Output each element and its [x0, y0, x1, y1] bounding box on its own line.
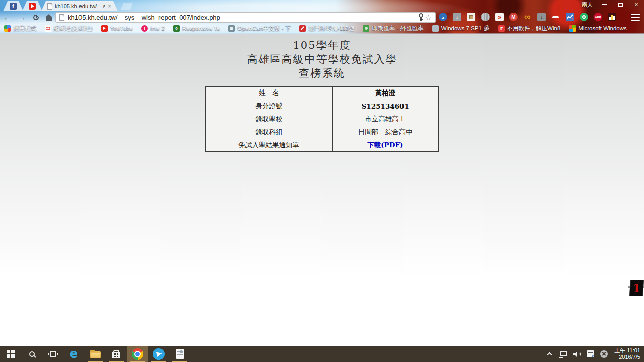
extension-dash-icon[interactable] — [551, 13, 560, 21]
bookmark-unzip-win8[interactable]: IT 不用軟件，解压Win8 — [498, 25, 561, 32]
pinned-tab-facebook[interactable]: f — [3, 1, 23, 11]
taskbar-document-app-button[interactable] — [169, 346, 190, 362]
cz-favicon: CZ — [45, 25, 51, 32]
chevron-up-icon — [547, 352, 552, 357]
extension-download2-icon[interactable]: ↓ — [537, 13, 546, 21]
taskbar-telegram-button[interactable] — [148, 346, 169, 362]
extension-stats-icon[interactable] — [608, 13, 616, 21]
tab-close-icon[interactable]: × — [107, 3, 112, 9]
webpage-content: 105學年度 高雄區高級中等學校免試入學 查榜系統 姓 名 黃柏澄 身分證號 S… — [0, 34, 644, 346]
start-button[interactable] — [0, 346, 21, 362]
table-row: 免試入學結果通知單 下載(PDF) — [205, 139, 439, 152]
bookmark-apps[interactable]: 應用程式 — [4, 25, 36, 32]
close-button[interactable]: × — [632, 2, 641, 8]
minimize-button[interactable] — [600, 2, 609, 8]
baseball-favicon — [299, 25, 306, 32]
bookmark-baseball[interactable]: 激門棒球魂-113遊 — [299, 25, 354, 32]
taskbar-edge-button[interactable]: e — [63, 346, 85, 362]
windows-flag-favicon — [569, 25, 576, 32]
download-pdf-link[interactable]: 下載(PDF) — [367, 141, 403, 149]
windows7-favicon — [432, 25, 439, 32]
back-icon: ← — [4, 13, 12, 22]
extension-green-circle-icon[interactable] — [580, 13, 588, 21]
page-title-line3: 查榜系統 — [0, 66, 644, 80]
extension-download-icon[interactable]: ↓ — [453, 13, 461, 21]
address-bar[interactable]: kh105.kh.edu.tw/__sys__wish_report_007/i… — [55, 12, 436, 23]
opencart-favicon — [228, 25, 235, 32]
row-value-school: 市立高雄高工 — [332, 113, 439, 126]
taskbar-explorer-button[interactable] — [85, 346, 106, 362]
bookmark-opencart[interactable]: OpenCart中文版 - 下 — [228, 25, 291, 32]
circle-x-tray-button[interactable] — [599, 348, 608, 359]
speaker-icon — [573, 351, 581, 357]
bookmark-pixnet[interactable]: ! ime 2 — [141, 25, 165, 32]
taskbar: e 上午 11:01 2016/7/5 — [0, 346, 644, 362]
home-button[interactable] — [43, 12, 54, 22]
new-tab-button[interactable] — [121, 3, 133, 10]
hidden-icons-button[interactable] — [545, 348, 554, 359]
active-tab[interactable]: kh105.kh.edu.tw/__sys_ × — [41, 1, 118, 11]
row-label: 身分證號 — [205, 100, 332, 113]
reload-button[interactable] — [30, 12, 41, 22]
extension-infinity-icon[interactable]: ∞ — [523, 13, 532, 21]
clock-date: 2016/7/5 — [614, 354, 640, 360]
taskbar-search-button[interactable] — [21, 346, 42, 362]
page-title-line1: 105學年度 — [0, 38, 644, 52]
bookmark-youtube[interactable]: YouTube — [101, 25, 133, 32]
pinned-tab-youtube[interactable] — [22, 1, 42, 11]
search-icon — [29, 351, 35, 357]
extension-m-icon[interactable]: M — [509, 13, 518, 21]
task-view-button[interactable] — [42, 346, 63, 362]
bookmark-url-shortener[interactable]: CZ 縮網址(短網址) — [45, 25, 93, 32]
store-icon — [112, 352, 120, 358]
restore-button[interactable] — [616, 2, 625, 8]
extension-fastforward-icon[interactable]: » — [495, 13, 504, 21]
taskbar-chrome-button[interactable] — [127, 346, 148, 362]
extension-chart-icon[interactable] — [566, 13, 574, 21]
folder-icon — [90, 351, 101, 358]
url-text[interactable]: kh105.kh.edu.tw/__sys__wish_report_007/i… — [68, 14, 417, 21]
notes-tray-button[interactable] — [586, 348, 595, 359]
extension-a-icon[interactable]: a — [439, 13, 447, 21]
youtube-icon — [29, 3, 36, 10]
network-tray-button[interactable] — [558, 348, 568, 359]
bookmark-exchange-rate[interactable]: 即期匯率 - 外匯匯率 — [363, 25, 423, 32]
shield-zero-favicon: 0 — [173, 25, 180, 32]
volume-tray-button[interactable] — [572, 348, 581, 359]
telegram-icon — [153, 348, 165, 360]
clock-time: 上午 11:01 — [614, 347, 640, 354]
window-controls: 雨人 × — [582, 1, 641, 8]
system-tray: 上午 11:01 2016/7/5 — [545, 346, 644, 362]
result-table: 姓 名 黃柏澄 身分證號 S125134601 錄取學校 市立高雄高工 錄取科組… — [205, 86, 439, 152]
taskbar-store-button[interactable] — [106, 346, 127, 362]
notes-tray-icon — [587, 350, 594, 357]
facebook-icon: f — [10, 3, 17, 10]
page-title-line2: 高雄區高級中等學校免試入學 — [0, 52, 644, 66]
table-row: 錄取學校 市立高雄高工 — [205, 113, 439, 126]
bookmark-microsoft-windows[interactable]: Microsoft Windows — [569, 25, 627, 32]
row-value-department: 日間部 綜合高中 — [332, 126, 439, 139]
reload-icon — [32, 13, 39, 21]
forward-button[interactable]: → — [16, 12, 27, 22]
bookmark-star-icon[interactable]: ☆ — [425, 14, 432, 21]
table-row: 錄取科組 日間部 綜合高中 — [205, 126, 439, 139]
apps-grid-icon — [4, 25, 11, 32]
bookmark-responsive-test[interactable]: 0 Responsive Te — [173, 25, 220, 32]
profile-button[interactable]: 雨人 — [582, 1, 593, 9]
youtube-favicon — [101, 25, 108, 32]
table-row: 身分證號 S125134601 — [205, 100, 439, 113]
tab-title: kh105.kh.edu.tw/__sys_ — [55, 3, 105, 9]
extension-globe-icon[interactable] — [481, 13, 490, 21]
it-favicon: IT — [498, 25, 505, 32]
taskbar-clock[interactable]: 上午 11:01 2016/7/5 — [613, 347, 640, 360]
forward-icon: → — [18, 13, 26, 22]
extension-adblock-icon[interactable]: ABP — [594, 13, 602, 21]
key-icon[interactable] — [420, 17, 422, 21]
row-label: 錄取科組 — [205, 126, 332, 139]
network-icon — [560, 351, 567, 356]
bookmarks-bar: 應用程式 CZ 縮網址(短網址) YouTube ! ime 2 0 Respo… — [0, 23, 644, 33]
bookmark-windows7-sp1[interactable]: Windows 7 SP1 參 — [432, 25, 490, 32]
chrome-menu-button[interactable] — [631, 14, 640, 21]
extension-box-icon[interactable] — [467, 13, 475, 21]
back-button[interactable]: ← — [2, 12, 13, 22]
